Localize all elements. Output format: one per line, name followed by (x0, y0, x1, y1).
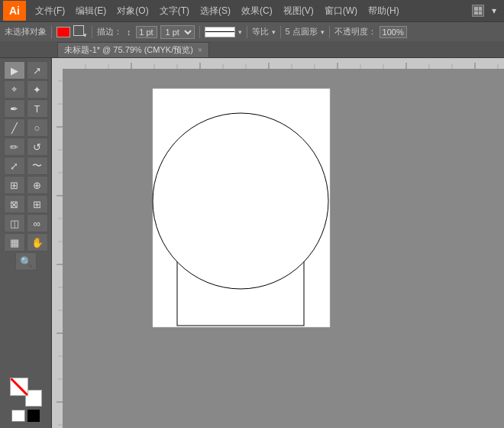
color-picker[interactable] (10, 378, 42, 407)
selection-label: 未选择对象 (5, 26, 47, 37)
menu-select[interactable]: 选择(S) (195, 2, 235, 20)
stroke-label: 描边： (97, 26, 122, 37)
color-controls (2, 374, 50, 425)
menu-text[interactable]: 文字(T) (155, 2, 194, 20)
menu-view[interactable]: 视图(V) (279, 2, 318, 20)
menu-help[interactable]: 帮助(H) (363, 2, 404, 20)
zoom-tool[interactable]: 🔍 (15, 252, 37, 271)
direct-select-tool[interactable]: ↗ (27, 61, 48, 79)
pencil-tool[interactable]: ✏ (4, 138, 25, 156)
stroke-type-arrow[interactable]: ▾ (272, 28, 276, 36)
select-tool[interactable]: ▶ (4, 61, 25, 79)
pen-tool[interactable]: ✒ (4, 99, 25, 118)
tab-title: 未标题-1* @ 75.79% (CMYK/预览) (64, 44, 193, 56)
color-mode-row (11, 410, 40, 422)
stroke-style-preview[interactable] (205, 27, 235, 37)
stroke-style-arrow[interactable]: ▾ (238, 28, 242, 36)
stroke-width-select[interactable]: 1 pt (160, 25, 195, 39)
scale-tool[interactable]: ⤢ (4, 157, 25, 175)
shape-circle[interactable] (153, 113, 328, 289)
divider-6 (329, 26, 330, 38)
svg-rect-21 (52, 58, 63, 428)
shape-arrow[interactable]: ▾ (321, 28, 325, 36)
tool-row-10: ▦ ✋ (2, 233, 50, 251)
vertical-ruler (52, 58, 63, 428)
tool-row-2: ⌖ ✦ (2, 80, 50, 99)
tab-close-button[interactable]: × (198, 46, 202, 54)
free-transform-tool[interactable]: ⊞ (4, 176, 25, 194)
rotate-tool[interactable]: ↺ (27, 138, 48, 156)
main-layout: ▶ ↗ ⌖ ✦ ✒ T ╱ ○ ✏ ↺ ⤢ 〜 ⊞ ⊕ ⊠ ⊞ (0, 58, 504, 428)
document-tab[interactable]: 未标题-1* @ 75.79% (CMYK/预览) × (57, 42, 209, 57)
stroke-color-box[interactable] (57, 27, 70, 37)
fill-none-box[interactable] (11, 410, 25, 422)
foreground-color-icon (11, 378, 28, 396)
shape-label: 5 点圆形 (286, 26, 318, 37)
type-tool[interactable]: T (27, 99, 48, 118)
stroke-selector[interactable]: ▾ (73, 25, 87, 39)
mesh-tool[interactable]: ⊞ (27, 195, 48, 213)
menu-bar: Ai 文件(F) 编辑(E) 对象(O) 文字(T) 选择(S) 效果(C) 视… (0, 0, 504, 21)
ruler-h-marks (63, 58, 504, 69)
artboard-svg[interactable] (63, 69, 504, 428)
divider-5 (280, 26, 281, 38)
warp-tool[interactable]: 〜 (27, 157, 48, 175)
lasso-tool[interactable]: ⌖ (4, 80, 25, 99)
graph-tool[interactable]: ▦ (4, 233, 25, 251)
opacity-label: 不透明度： (334, 26, 376, 37)
tool-row-7: ⊞ ⊕ (2, 176, 50, 194)
canvas-area[interactable] (52, 58, 504, 428)
ellipse-tool[interactable]: ○ (27, 118, 48, 137)
tool-row-1: ▶ ↗ (2, 61, 50, 79)
divider-4 (247, 26, 247, 38)
hand-tool[interactable]: ✋ (27, 233, 48, 251)
divider-3 (199, 26, 200, 38)
tab-bar: 未标题-1* @ 75.79% (CMYK/预览) × (0, 41, 504, 58)
ruler-v-marks (52, 58, 63, 428)
options-toolbar: 未选择对象 ▾ 描边： ↕ 1 pt ▾ 等比 ▾ 5 点圆形 ▾ 不透明度： (0, 21, 504, 41)
tool-row-3: ✒ T (2, 99, 50, 118)
shape-builder-tool[interactable]: ⊕ (27, 176, 48, 194)
tool-row-6: ⤢ 〜 (2, 157, 50, 175)
line-tool[interactable]: ╱ (4, 118, 25, 137)
foreground-color-box[interactable] (10, 378, 28, 396)
stroke-width-selector[interactable]: 1 pt (160, 25, 195, 39)
tool-row-5: ✏ ↺ (2, 138, 50, 156)
tool-row-9: ◫ ∞ (2, 214, 50, 232)
menu-object[interactable]: 对象(O) (112, 2, 153, 20)
blend-tool[interactable]: ∞ (27, 214, 48, 232)
stroke-type-label: 等比 (252, 26, 269, 37)
app-logo: Ai (3, 1, 26, 21)
menu-effect[interactable]: 效果(C) (237, 2, 277, 20)
menu-window[interactable]: 窗口(W) (320, 2, 362, 20)
svg-line-0 (11, 378, 28, 396)
perspective-grid-tool[interactable]: ⊠ (4, 195, 25, 213)
divider-2 (92, 26, 92, 38)
gradient-tool[interactable]: ◫ (4, 214, 25, 232)
divider-1 (51, 26, 52, 38)
swap-colors-button[interactable] (27, 410, 40, 422)
menu-workspace-arrow[interactable]: ▾ (487, 3, 501, 18)
magic-wand-tool[interactable]: ✦ (27, 80, 48, 99)
tool-row-11: 🔍 (2, 252, 50, 271)
stroke-icon: ↕ (127, 28, 131, 37)
menu-edit[interactable]: 编辑(E) (71, 2, 111, 20)
tool-row-4: ╱ ○ (2, 118, 50, 137)
stroke-width-input[interactable] (136, 26, 157, 38)
tool-row-8: ⊠ ⊞ (2, 195, 50, 213)
left-toolbar: ▶ ↗ ⌖ ✦ ✒ T ╱ ○ ✏ ↺ ⤢ 〜 ⊞ ⊕ ⊠ ⊞ (0, 58, 52, 428)
svg-rect-1 (63, 58, 504, 69)
workspace-switcher-icon[interactable] (472, 5, 484, 17)
horizontal-ruler (63, 58, 504, 69)
menu-file[interactable]: 文件(F) (31, 2, 69, 20)
opacity-input[interactable] (380, 26, 407, 38)
